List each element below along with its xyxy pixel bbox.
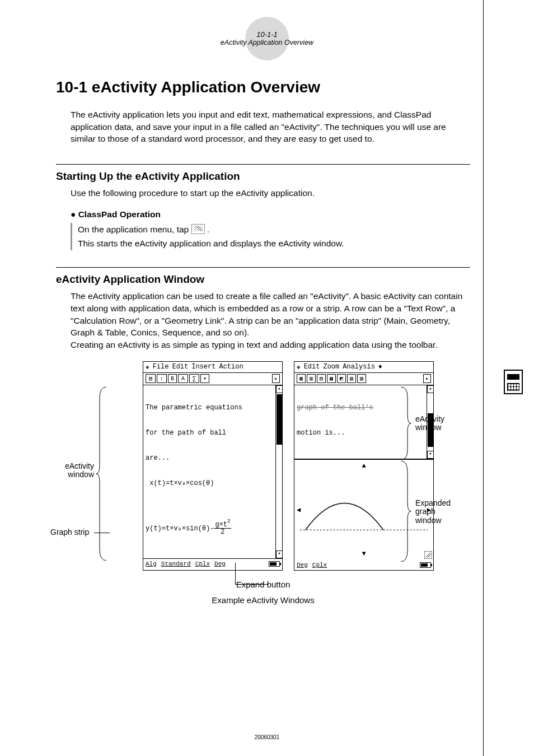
figure-area: ❖ File Edit Insert Action ▤ ↕ B A ∑ ▾	[56, 361, 470, 652]
right-brace-upper	[400, 387, 411, 460]
left-body[interactable]: The parametric equations for the path of…	[143, 385, 282, 559]
operation-block: On the application menu, tap . This star…	[71, 223, 470, 251]
intro-paragraph: The eActivity application lets you input…	[71, 109, 470, 145]
scroll-down-icon[interactable]: ▾	[427, 451, 433, 459]
toolbar-text-icon[interactable]: A	[178, 374, 188, 383]
toolbar-btn[interactable]: ▩	[327, 374, 336, 383]
page-title: 10-1 eActivity Application Overview	[56, 78, 470, 96]
page-header-badge: 10-1-1 eActivity Application Overview	[245, 17, 289, 60]
ann-line	[94, 533, 110, 533]
left-scrollbar[interactable]: ▴ ▾	[275, 385, 282, 558]
calculator-side-icon	[504, 370, 523, 394]
battery-icon	[269, 561, 280, 567]
toolbar-btn[interactable]: ▥	[307, 374, 316, 383]
section2-text: The eActivity application can be used to…	[71, 290, 470, 351]
scroll-up-icon[interactable]: ▴	[427, 385, 433, 393]
menu-dropdown-icon[interactable]: ❖	[297, 363, 301, 371]
left-calc-window: ❖ File Edit Insert Action ▤ ↕ B A ∑ ▾	[143, 361, 283, 571]
right-brace-lower	[400, 461, 411, 562]
status-deg[interactable]: Deg	[214, 561, 226, 567]
menu-edit[interactable]: Edit	[304, 363, 320, 371]
page-right-rule	[483, 0, 484, 756]
ann-expand-button: Expand button	[56, 580, 470, 589]
right-statusbar: Deg Cplx	[294, 560, 433, 570]
menu-more[interactable]: ♦	[378, 363, 382, 371]
toolbar-calc-icon[interactable]: ∑	[189, 374, 199, 383]
status-standard[interactable]: Standard	[161, 561, 191, 567]
left-statusbar: Alg Standard Cplx Deg	[143, 559, 282, 569]
menu-action[interactable]: Action	[219, 363, 243, 371]
left-toolbar: ▤ ↕ B A ∑ ▾ ▸	[143, 373, 282, 385]
graph-pane[interactable]: ▲ ▼ ◀ ▶	[294, 459, 433, 560]
section1-heading: Starting Up the eActivity Application	[56, 170, 470, 183]
ann-left-window: eActivity window	[56, 462, 94, 479]
toolbar-more-icon[interactable]: ▸	[272, 374, 280, 383]
toolbar-btn[interactable]: ▦	[297, 374, 306, 383]
scroll-down-icon[interactable]: ▾	[276, 550, 282, 558]
scroll-thumb[interactable]	[277, 394, 282, 445]
scroll-up-icon[interactable]: ▴	[276, 385, 282, 393]
section-rule	[56, 164, 470, 165]
operation-line-1: On the application menu, tap .	[78, 223, 470, 237]
section2-heading: eActivity Application Window	[56, 273, 470, 286]
toolbar-save-icon[interactable]: ▤	[146, 374, 156, 383]
toolbar-more-icon[interactable]: ▸	[423, 374, 431, 383]
menu-edit[interactable]: Edit	[172, 363, 188, 371]
menu-insert[interactable]: Insert	[191, 363, 216, 371]
status-cplx[interactable]: Cplx	[195, 561, 210, 567]
pan-up-icon[interactable]: ▲	[362, 462, 366, 470]
toolbar-mode-icon[interactable]: ↕	[157, 374, 167, 383]
toolbar-btn[interactable]: ▤	[317, 374, 326, 383]
right-body-upper[interactable]: graph of the ball's motion is... g=32×ft…	[294, 385, 433, 459]
toolbar-dropdown-icon[interactable]: ▾	[200, 374, 209, 383]
ann-right-upper: eActivity window	[415, 415, 444, 432]
page-footer-date: 20060301	[0, 734, 534, 740]
section1-text: Use the following procedure to start up …	[71, 187, 470, 199]
toolbar-btn[interactable]: ◩	[337, 374, 346, 383]
menu-file[interactable]: File	[153, 363, 169, 371]
figure-caption: Example eActivity Windows	[56, 595, 470, 605]
toolbar-bold-icon[interactable]: B	[168, 374, 177, 383]
section-rule	[56, 267, 470, 268]
status-deg[interactable]: Deg	[297, 562, 308, 568]
right-menubar: ❖ Edit Zoom Analysis ♦	[294, 362, 433, 373]
classpad-operation-heading: ● ClassPad Operation	[71, 209, 470, 220]
toolbar-btn[interactable]: ▨	[357, 374, 366, 383]
ann-right-lower: Expanded graph window	[415, 499, 451, 525]
battery-icon	[420, 562, 431, 568]
operation-line-2: This starts the eActivity application an…	[78, 237, 470, 251]
left-menubar: ❖ File Edit Insert Action	[143, 362, 282, 373]
status-alg[interactable]: Alg	[146, 561, 157, 567]
resize-handle-icon[interactable]	[424, 551, 432, 559]
toolbar-btn[interactable]: ▧	[347, 374, 356, 383]
eactivity-app-icon	[191, 224, 205, 234]
menu-analysis[interactable]: Analysis	[343, 363, 375, 371]
ann-graph-strip: Graph strip	[50, 528, 89, 536]
pan-down-icon[interactable]: ▼	[362, 550, 366, 558]
page-number: 10-1-1	[256, 30, 278, 39]
right-calc-window: ❖ Edit Zoom Analysis ♦ ▦ ▥ ▤ ▩ ◩ ▧ ▨	[294, 361, 434, 571]
right-toolbar: ▦ ▥ ▤ ▩ ◩ ▧ ▨ ▸	[294, 373, 433, 385]
menu-zoom[interactable]: Zoom	[323, 363, 339, 371]
pan-left-icon[interactable]: ◀	[297, 506, 301, 514]
status-cplx[interactable]: Cplx	[312, 562, 327, 568]
menu-dropdown-icon[interactable]: ❖	[146, 363, 149, 371]
left-brace	[96, 387, 107, 561]
page-subtitle: eActivity Application Overview	[221, 39, 313, 47]
